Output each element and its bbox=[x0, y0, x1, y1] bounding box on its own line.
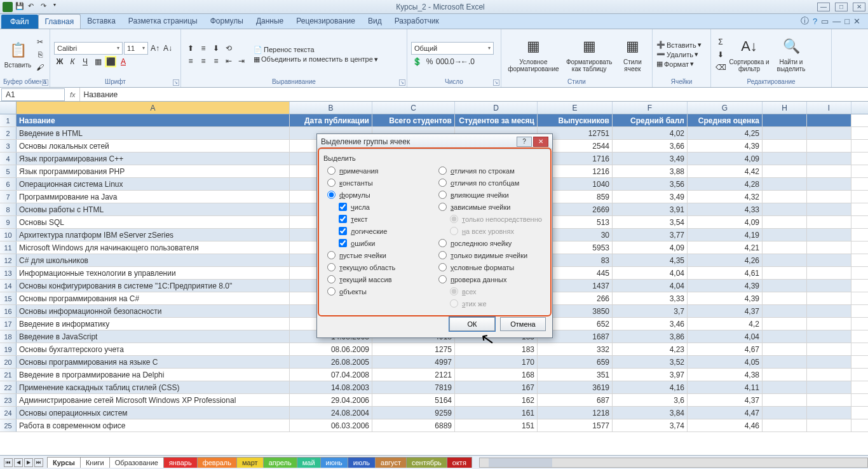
cell[interactable]: 9259 bbox=[372, 407, 455, 419]
paste-button[interactable]: 📋 Вставить bbox=[4, 34, 32, 76]
cell[interactable]: 5164 bbox=[372, 394, 455, 406]
row-number[interactable]: 20 bbox=[0, 356, 17, 368]
dialog-option[interactable]: последнюю ячейку bbox=[435, 237, 546, 249]
header-cell[interactable]: Средний балл bbox=[613, 114, 688, 126]
cell[interactable]: 1275 bbox=[372, 343, 455, 355]
row-number[interactable]: 17 bbox=[0, 318, 17, 330]
row-number[interactable]: 24 bbox=[0, 407, 17, 419]
italic-button[interactable]: К bbox=[67, 56, 78, 67]
cell[interactable]: 4,09 bbox=[688, 216, 763, 228]
dialog-option[interactable]: объекты bbox=[323, 285, 435, 297]
cell[interactable]: 3,49 bbox=[613, 153, 688, 165]
cell[interactable]: Язык программирования PHP bbox=[17, 165, 290, 177]
format-as-table-button[interactable]: ▦Форматировать как таблицу bbox=[564, 34, 614, 76]
cell[interactable]: 1218 bbox=[538, 407, 613, 419]
ok-button[interactable]: ОК bbox=[449, 317, 495, 331]
ribbon-tab-2[interactable]: Разметка страницы bbox=[122, 14, 204, 29]
dialog-option[interactable]: только видимые ячейки bbox=[435, 249, 546, 261]
horizontal-scrollbar[interactable] bbox=[479, 458, 868, 468]
cell[interactable]: 4,37 bbox=[688, 305, 763, 317]
close-button[interactable]: ✕ bbox=[853, 3, 865, 11]
doc-max-icon[interactable]: □ bbox=[844, 17, 850, 26]
cell[interactable]: 4,61 bbox=[688, 267, 763, 279]
sheet-tab[interactable]: октя bbox=[447, 457, 472, 468]
cell[interactable]: 4,09 bbox=[688, 153, 763, 165]
column-header[interactable]: A bbox=[17, 102, 290, 114]
format-cells-button[interactable]: ▦ Формат ▾ bbox=[656, 60, 702, 68]
row-number[interactable]: 13 bbox=[0, 267, 17, 279]
cell[interactable]: 4,42 bbox=[688, 165, 763, 177]
cell[interactable]: Введение в HTML bbox=[17, 127, 290, 139]
wrap-text-button[interactable]: 📄 Перенос текста bbox=[254, 46, 378, 54]
select-all-corner[interactable] bbox=[0, 102, 17, 114]
cell[interactable]: 4,37 bbox=[688, 394, 763, 406]
currency-button[interactable]: 💲 bbox=[411, 56, 423, 67]
cell[interactable]: Работа в современном офисе bbox=[17, 419, 290, 432]
cell[interactable]: 3,7 bbox=[613, 305, 688, 317]
cell[interactable]: 3,56 bbox=[613, 178, 688, 190]
cell[interactable]: Основы информационной безопасности bbox=[17, 305, 290, 317]
file-tab[interactable]: Файл bbox=[1, 15, 38, 29]
font-name-combo[interactable]: Calibri bbox=[54, 42, 123, 55]
cell[interactable]: Введение в информатику bbox=[17, 318, 290, 330]
ribbon-tab-3[interactable]: Формулы bbox=[204, 14, 250, 29]
cell[interactable]: 3,46 bbox=[613, 318, 688, 330]
cell[interactable]: 151 bbox=[455, 419, 538, 432]
tab-nav-last[interactable]: ⏭ bbox=[34, 458, 43, 467]
align-top-button[interactable]: ⬆ bbox=[185, 43, 196, 54]
number-format-combo[interactable]: Общий bbox=[411, 42, 494, 55]
cell[interactable]: Основы SQL bbox=[17, 216, 290, 228]
cell[interactable]: Основы работы с HTML bbox=[17, 203, 290, 215]
increase-indent-button[interactable]: ⇥ bbox=[236, 55, 247, 67]
align-center-button[interactable]: ≡ bbox=[198, 55, 209, 67]
cell[interactable]: 3619 bbox=[538, 381, 613, 393]
cut-button[interactable]: ✂ bbox=[34, 36, 46, 48]
sheet-tab[interactable]: апрель bbox=[263, 457, 297, 468]
cell[interactable]: 4,38 bbox=[688, 369, 763, 381]
cell[interactable]: 4,39 bbox=[688, 280, 763, 292]
cell[interactable]: 4,47 bbox=[688, 407, 763, 419]
dialog-option[interactable]: влияющие ячейки bbox=[435, 189, 546, 201]
row-number[interactable]: 25 bbox=[0, 419, 17, 432]
sheet-tab[interactable]: май bbox=[297, 457, 321, 468]
font-color-button[interactable]: A bbox=[118, 56, 129, 67]
cell[interactable]: 1577 bbox=[538, 419, 613, 432]
cell[interactable]: 3,54 bbox=[613, 216, 688, 228]
cell[interactable]: Информационные технологии в управлении bbox=[17, 267, 290, 279]
row-number[interactable]: 19 bbox=[0, 343, 17, 355]
cell[interactable]: 4,16 bbox=[613, 381, 688, 393]
cell[interactable]: 659 bbox=[538, 356, 613, 368]
cell[interactable]: 4,19 bbox=[688, 229, 763, 241]
cell[interactable]: 08.06.2009 bbox=[290, 343, 372, 355]
header-cell[interactable]: Студентов за месяц bbox=[455, 114, 538, 126]
cell[interactable]: 7819 bbox=[372, 381, 455, 393]
header-cell[interactable]: Всего студентов bbox=[372, 114, 455, 126]
font-size-combo[interactable]: 11 bbox=[124, 42, 148, 55]
merge-center-button[interactable]: ▦ Объединить и поместить в центре ▾ bbox=[254, 55, 378, 64]
row-number[interactable]: 21 bbox=[0, 369, 17, 381]
cell[interactable]: 06.03.2006 bbox=[290, 419, 372, 432]
decrease-decimal-button[interactable]: ←.0 bbox=[462, 56, 473, 67]
column-header[interactable]: F bbox=[613, 102, 688, 114]
dialog-help-button[interactable]: ? bbox=[517, 137, 532, 147]
sheet-tab[interactable]: сентябрь bbox=[406, 457, 447, 468]
border-button[interactable]: ▦ bbox=[92, 56, 104, 67]
copy-button[interactable]: ⎘ bbox=[34, 49, 46, 60]
row-number[interactable]: 3 bbox=[0, 140, 17, 152]
cell[interactable]: 4,05 bbox=[688, 356, 763, 368]
cell[interactable]: Администрирование сетей Microsoft Window… bbox=[17, 394, 290, 406]
header-cell[interactable]: Название bbox=[17, 114, 290, 126]
row-number[interactable]: 16 bbox=[0, 305, 17, 317]
fill-button[interactable]: ⬇ bbox=[715, 49, 726, 60]
column-header[interactable]: C bbox=[372, 102, 455, 114]
decrease-font-button[interactable]: A↓ bbox=[162, 43, 173, 54]
sheet-tab[interactable]: март bbox=[236, 457, 264, 468]
cell[interactable]: 4,33 bbox=[688, 203, 763, 215]
cell-styles-button[interactable]: ▦Стили ячеек bbox=[617, 34, 648, 76]
cell[interactable]: 07.04.2008 bbox=[290, 369, 372, 381]
cell[interactable]: 3,77 bbox=[613, 229, 688, 241]
cell[interactable]: Основы программирования на C# bbox=[17, 292, 290, 304]
cell[interactable]: 4,02 bbox=[613, 127, 688, 139]
column-header[interactable]: H bbox=[763, 102, 807, 114]
cell[interactable]: 3,66 bbox=[613, 140, 688, 152]
